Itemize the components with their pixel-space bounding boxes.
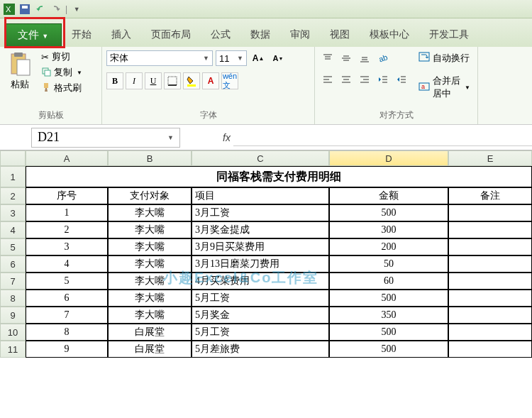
data-cell[interactable]: 200 [329, 238, 448, 255]
italic-button[interactable]: I [126, 72, 143, 89]
data-cell[interactable]: 2 [26, 221, 108, 238]
undo-icon[interactable] [34, 3, 47, 16]
data-cell[interactable]: 1 [26, 204, 108, 221]
rowhead[interactable]: 8 [0, 290, 26, 307]
shrink-font-icon[interactable]: A▼ [270, 50, 287, 67]
data-cell[interactable]: 6 [26, 290, 108, 307]
data-cell[interactable] [448, 255, 532, 273]
data-cell[interactable]: 李大嘴 [108, 204, 192, 221]
format-painter-button[interactable]: 格式刷 [40, 81, 84, 95]
tab-view[interactable]: 视图 [320, 23, 360, 47]
rowhead[interactable]: 2 [0, 187, 26, 204]
header-cell[interactable]: 序号 [26, 187, 108, 204]
data-cell[interactable]: 4月买菜费用 [192, 273, 329, 290]
data-cell[interactable] [448, 341, 532, 358]
data-cell[interactable]: 李大嘴 [108, 307, 192, 324]
data-cell[interactable]: 李大嘴 [108, 290, 192, 307]
font-color-button[interactable]: A [202, 72, 219, 89]
header-cell[interactable]: 支付对象 [108, 187, 192, 204]
file-tab[interactable]: 文件 ▼ [4, 23, 62, 47]
tab-developer[interactable]: 开发工具 [419, 23, 479, 47]
data-cell[interactable]: 李大嘴 [108, 238, 192, 255]
data-cell[interactable]: 白展堂 [108, 324, 192, 341]
rowhead[interactable]: 4 [0, 221, 26, 238]
data-cell[interactable] [448, 324, 532, 341]
tab-formulas[interactable]: 公式 [201, 23, 240, 47]
paste-label[interactable]: 粘贴 [11, 78, 29, 91]
data-cell[interactable]: 3月奖金提成 [192, 221, 329, 238]
data-cell[interactable] [448, 204, 532, 221]
formula-input[interactable] [233, 129, 532, 146]
copy-button[interactable]: 复制▼ [40, 65, 84, 79]
grow-font-icon[interactable]: A▲ [250, 50, 267, 67]
data-cell[interactable]: 3月13日磨菜刀费用 [192, 255, 329, 273]
colhead-e[interactable]: E [448, 150, 532, 166]
bold-button[interactable]: B [106, 72, 123, 89]
header-cell[interactable]: 备注 [448, 187, 532, 204]
rowhead[interactable]: 6 [0, 255, 26, 273]
data-cell[interactable]: 李大嘴 [108, 221, 192, 238]
tab-page-layout[interactable]: 页面布局 [141, 23, 201, 47]
qat-dropdown-icon[interactable]: ▼ [70, 3, 83, 16]
increase-indent-icon[interactable] [393, 71, 410, 88]
decrease-indent-icon[interactable] [375, 71, 392, 88]
data-cell[interactable] [448, 273, 532, 290]
data-cell[interactable]: 3月工资 [192, 204, 329, 221]
data-cell[interactable]: 5月工资 [192, 290, 329, 307]
data-cell[interactable]: 5月差旅费 [192, 341, 329, 358]
data-cell[interactable]: 50 [329, 255, 448, 273]
underline-button[interactable]: U [145, 72, 162, 89]
cut-button[interactable]: ✂剪切 [40, 50, 84, 64]
colhead-b[interactable]: B [108, 150, 192, 166]
fx-icon[interactable]: fx [223, 132, 231, 143]
merge-center-button[interactable]: a合并后居中▼ [416, 73, 473, 101]
rowhead[interactable]: 11 [0, 341, 26, 358]
tab-template[interactable]: 模板中心 [360, 23, 419, 47]
data-cell[interactable]: 500 [329, 290, 448, 307]
border-button[interactable] [164, 72, 181, 89]
data-cell[interactable] [448, 238, 532, 255]
tab-data[interactable]: 数据 [240, 23, 280, 47]
select-all-corner[interactable] [0, 150, 26, 166]
tab-home[interactable]: 开始 [62, 23, 101, 47]
align-left-icon[interactable] [319, 71, 336, 88]
header-cell[interactable]: 金额 [329, 187, 448, 204]
data-cell[interactable]: 350 [329, 307, 448, 324]
align-top-icon[interactable] [319, 50, 336, 67]
colhead-a[interactable]: A [26, 150, 108, 166]
data-cell[interactable]: 9 [26, 341, 108, 358]
font-name-combo[interactable]: 宋体▼ [106, 50, 213, 66]
data-cell[interactable] [448, 290, 532, 307]
save-icon[interactable] [18, 3, 31, 16]
align-bottom-icon[interactable] [356, 50, 373, 67]
rowhead[interactable]: 9 [0, 307, 26, 324]
data-cell[interactable]: 李大嘴 [108, 255, 192, 273]
data-cell[interactable]: 李大嘴 [108, 273, 192, 290]
rowhead[interactable]: 3 [0, 204, 26, 221]
data-cell[interactable]: 5月奖金 [192, 307, 329, 324]
wrap-text-button[interactable]: 自动换行 [416, 50, 473, 66]
data-cell[interactable]: 白展堂 [108, 341, 192, 358]
data-cell[interactable]: 7 [26, 307, 108, 324]
paste-icon[interactable] [7, 51, 33, 77]
data-cell[interactable] [448, 221, 532, 238]
align-middle-icon[interactable] [338, 50, 355, 67]
tab-review[interactable]: 审阅 [280, 23, 320, 47]
phonetic-button[interactable]: wén文 [221, 72, 238, 89]
rowhead[interactable]: 10 [0, 324, 26, 341]
tab-insert[interactable]: 插入 [101, 23, 141, 47]
colhead-c[interactable]: C [192, 150, 329, 166]
align-center-icon[interactable] [338, 71, 355, 88]
align-right-icon[interactable] [356, 71, 373, 88]
header-cell[interactable]: 项目 [192, 187, 329, 204]
font-size-combo[interactable]: 11▼ [216, 50, 247, 66]
rowhead[interactable]: 7 [0, 273, 26, 290]
data-cell[interactable]: 60 [329, 273, 448, 290]
title-cell[interactable]: 同福客栈需支付费用明细 [26, 166, 532, 187]
name-box[interactable]: D21▼ [31, 128, 180, 148]
rowhead[interactable]: 5 [0, 238, 26, 255]
orientation-icon[interactable]: ab [375, 50, 392, 67]
rowhead[interactable]: 1 [0, 166, 26, 187]
data-cell[interactable]: 500 [329, 341, 448, 358]
data-cell[interactable]: 300 [329, 221, 448, 238]
